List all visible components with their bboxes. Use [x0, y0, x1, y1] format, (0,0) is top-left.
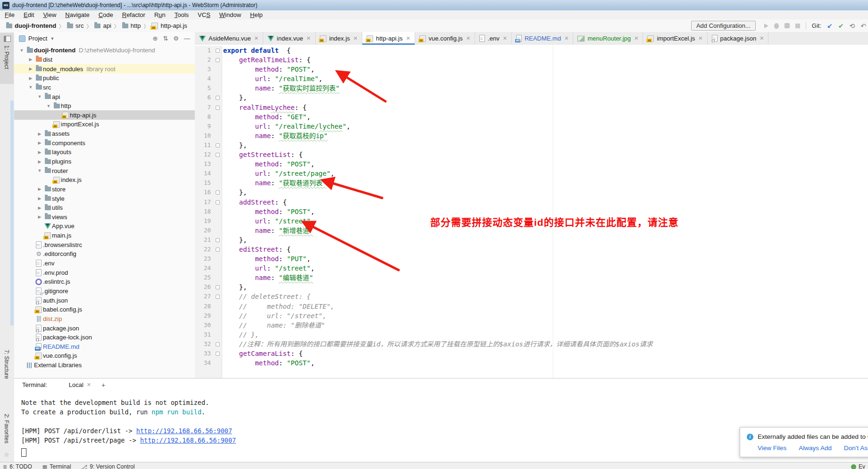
menu-item-run[interactable]: Run [154, 11, 166, 18]
fold-marker-icon[interactable] [216, 295, 220, 299]
fold-marker-icon[interactable] [216, 285, 220, 289]
locate-file-icon[interactable]: ⊕ [153, 35, 158, 42]
expand-arrow-icon[interactable]: ▶ [36, 159, 43, 164]
status-item-6-todo[interactable]: ≣6: TODO [3, 463, 32, 469]
tree-item-External Libraries[interactable]: External Libraries [14, 361, 195, 370]
event-log-label[interactable]: Ev [859, 463, 865, 469]
fold-marker-icon[interactable] [216, 238, 220, 242]
fold-marker-icon[interactable] [216, 96, 220, 100]
tree-item-http-api.js[interactable]: http-api.js [14, 110, 195, 120]
tree-item-vue.config.js[interactable]: vue.config.js [14, 351, 195, 361]
tree-item-style[interactable]: ▶style [14, 194, 195, 203]
add-configuration-button[interactable]: Add Configuration... [691, 21, 756, 31]
tab-AsideMenu.vue[interactable]: AsideMenu.vue✕ [195, 32, 263, 45]
breadcrumb-item-src[interactable]: src [67, 22, 83, 29]
notification-action-view-files[interactable]: View Files [758, 444, 786, 452]
tree-item-dist[interactable]: ▶dist [14, 55, 195, 65]
expand-arrow-icon[interactable]: ▶ [36, 214, 43, 219]
terminal-tab-local[interactable]: Local ✕ [69, 381, 91, 388]
expand-arrow-icon[interactable]: ▶ [36, 150, 43, 155]
tree-item-components[interactable]: ▶components [14, 138, 195, 148]
git-history-icon[interactable]: ⟲ [850, 22, 855, 30]
git-rollback-icon[interactable]: ↶ [860, 22, 866, 30]
tree-item-babel.config.js[interactable]: babel.config.js [14, 305, 195, 314]
tree-item-dist.zip[interactable]: dist.zip [14, 314, 195, 324]
git-commit-icon[interactable]: ✔ [838, 22, 844, 30]
tree-item-main.js[interactable]: main.js [14, 231, 195, 240]
menu-item-edit[interactable]: Edit [24, 11, 34, 18]
tree-item-importExcel.js[interactable]: importExcel.js [14, 120, 195, 129]
stripe-structure-button[interactable]: 7: Structure [3, 350, 10, 379]
run-icon[interactable] [764, 24, 768, 28]
tree-item-package.json[interactable]: package.json [14, 323, 195, 333]
fold-marker-icon[interactable] [216, 58, 220, 62]
expand-arrow-icon[interactable]: ▶ [27, 57, 34, 62]
tab-vue.config.js[interactable]: vue.config.js✕ [415, 32, 475, 45]
menu-item-file[interactable]: File [5, 11, 15, 18]
tab-README.md[interactable]: README.md✕ [512, 32, 574, 45]
tab-close-icon[interactable]: ✕ [503, 35, 507, 41]
code-editor[interactable]: export default { getRealTimeList: { meth… [195, 45, 868, 378]
project-tool-icon[interactable] [4, 36, 11, 42]
tree-item-plugins[interactable]: ▶plugins [14, 157, 195, 166]
expand-arrow-icon[interactable]: ▶ [27, 76, 34, 81]
terminal-link[interactable]: http://192.168.66.56:9007 [140, 436, 236, 444]
menu-item-vcs[interactable]: VCS [198, 11, 210, 18]
expand-arrow-icon[interactable]: ▶ [36, 140, 43, 145]
status-item-terminal[interactable]: ▦Terminal [42, 463, 71, 469]
expand-arrow-icon[interactable]: ▼ [36, 94, 43, 99]
gear-icon[interactable]: ⚙ [173, 35, 179, 42]
tree-item-index.js[interactable]: index.js [14, 175, 195, 185]
collapse-all-icon[interactable]: ⇅ [163, 35, 168, 42]
git-update-icon[interactable]: ↙ [827, 22, 833, 30]
tab-close-icon[interactable]: ✕ [564, 35, 568, 41]
tree-item-utils[interactable]: ▶utils [14, 203, 195, 213]
tab-menuRouter.jpg[interactable]: menuRouter.jpg✕ [573, 32, 643, 45]
terminal-link[interactable]: http://192.168.66.56:9007 [136, 427, 232, 435]
tree-item-public[interactable]: ▶public [14, 74, 195, 83]
tab-package.json[interactable]: package.json✕ [708, 32, 769, 45]
stripe-favorites-button[interactable]: 2: Favorites [3, 414, 10, 444]
expand-arrow-icon[interactable]: ▼ [27, 85, 34, 90]
tree-item-layouts[interactable]: ▶layouts [14, 148, 195, 157]
stop-icon[interactable] [795, 24, 800, 28]
fold-marker-icon[interactable] [216, 200, 220, 205]
tab-importExcel.js[interactable]: importExcel.js✕ [643, 32, 707, 45]
tree-item-assets[interactable]: ▶assets [14, 129, 195, 139]
fold-marker-icon[interactable] [216, 143, 220, 148]
tree-item-.editorconfig[interactable]: ⚙.editorconfig [14, 249, 195, 259]
tab-close-icon[interactable]: ✕ [254, 35, 259, 41]
project-panel-title[interactable]: Project [28, 35, 47, 42]
expand-arrow-icon[interactable]: ▼ [36, 168, 43, 173]
tab-close-icon[interactable]: ✕ [698, 35, 702, 41]
new-terminal-icon[interactable]: + [101, 381, 105, 389]
expand-arrow-icon[interactable]: ▶ [36, 196, 43, 201]
event-log-icon[interactable] [851, 464, 856, 469]
favorites-star-icon[interactable]: ☆ [4, 451, 9, 458]
tab-http-api.js[interactable]: http-api.js✕ [362, 32, 415, 45]
tree-item-.env[interactable]: .env [14, 259, 195, 268]
tree-item-api[interactable]: ▼api [14, 92, 195, 101]
tree-item-.env.prod[interactable]: .env.prod [14, 268, 195, 277]
tab-close-icon[interactable]: ✕ [466, 35, 470, 41]
fold-marker-icon[interactable] [216, 153, 220, 157]
tab-close-icon[interactable]: ✕ [634, 35, 638, 41]
tree-item-router[interactable]: ▼router [14, 166, 195, 175]
stripe-project-button[interactable]: 1: Project [3, 45, 10, 69]
tab-close-icon[interactable]: ✕ [760, 35, 764, 41]
tab-close-icon[interactable]: ✕ [307, 35, 311, 41]
expand-arrow-icon[interactable]: ▶ [36, 187, 43, 191]
notification-action-don-t-ask-agai[interactable]: Don't Ask Agai [844, 444, 868, 452]
expand-arrow-icon[interactable]: ▶ [36, 206, 43, 210]
menu-item-refactor[interactable]: Refactor [122, 11, 145, 18]
menu-item-tools[interactable]: Tools [175, 11, 189, 18]
breadcrumb-item-duoji-frontend[interactable]: duoji-frontend [6, 22, 56, 29]
expand-arrow-icon[interactable]: ▶ [36, 132, 43, 136]
fold-marker-icon[interactable] [216, 190, 220, 195]
notification-action-always-add[interactable]: Always Add [799, 444, 832, 452]
tree-item-store[interactable]: ▶store [14, 185, 195, 194]
coverage-icon[interactable] [785, 23, 790, 28]
tree-item-http[interactable]: ▼http [14, 101, 195, 111]
tree-item-.gitignore[interactable]: .gitignore [14, 287, 195, 296]
tree-item-src[interactable]: ▼src [14, 83, 195, 92]
